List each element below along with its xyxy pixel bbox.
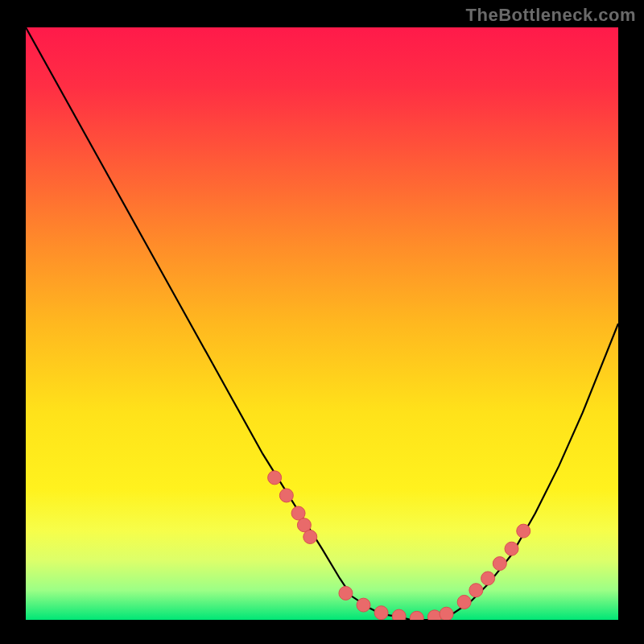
data-marker — [505, 542, 518, 555]
data-marker — [469, 584, 483, 597]
data-marker — [268, 471, 282, 485]
data-marker — [279, 489, 293, 502]
data-marker — [303, 530, 317, 543]
data-marker — [374, 606, 388, 620]
data-marker — [457, 595, 471, 609]
watermark-text: TheBottleneck.com — [466, 5, 636, 26]
data-marker — [339, 586, 353, 600]
data-marker — [517, 524, 530, 538]
plot-area — [26, 27, 618, 620]
curve-layer — [26, 27, 618, 620]
data-marker — [357, 598, 370, 612]
data-marker — [392, 609, 406, 620]
marker-group — [268, 471, 530, 620]
chart-frame: TheBottleneck.com — [0, 0, 644, 644]
data-marker — [410, 611, 423, 620]
data-marker — [493, 557, 506, 571]
data-marker — [481, 572, 495, 585]
data-marker — [440, 607, 453, 620]
